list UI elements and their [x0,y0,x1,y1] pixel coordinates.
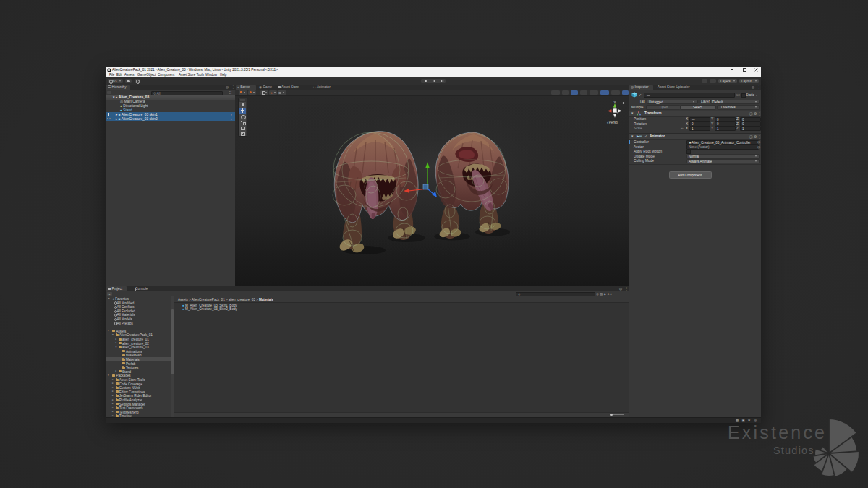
svg-text:Y: Y [613,100,616,104]
